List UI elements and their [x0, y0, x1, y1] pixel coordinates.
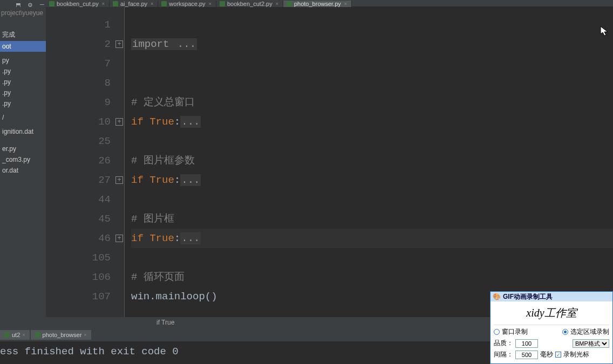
project-item[interactable]: _com3.py [0, 154, 46, 165]
code-area[interactable]: 12+78910+252627+444546+105106107 import … [46, 7, 613, 317]
code-line[interactable]: import ... [131, 35, 613, 54]
python-file-icon [220, 1, 225, 6]
line-number[interactable]: 1 [46, 15, 111, 35]
run-tab-label: ut2 [12, 332, 20, 338]
python-file-icon [287, 1, 292, 6]
close-icon[interactable]: × [209, 1, 212, 7]
code-line[interactable] [131, 190, 613, 209]
close-icon[interactable]: × [84, 332, 86, 338]
unit-label: 毫秒 [540, 350, 553, 359]
python-file-icon [35, 332, 40, 338]
editor-tab[interactable]: workspace.py× [158, 1, 216, 7]
code-line[interactable] [131, 132, 613, 151]
project-item[interactable]: / [0, 112, 46, 123]
quality-label: 品质： [494, 339, 513, 348]
radio-region-record[interactable] [562, 329, 568, 335]
line-number[interactable]: 26 [46, 151, 111, 170]
interval-label: 间隔： [494, 350, 513, 359]
toolbar-icon[interactable]: ⬒ [16, 1, 23, 7]
gif-titlebar[interactable]: 🎨 GIF动画录制工具 [491, 292, 612, 301]
python-file-icon [49, 1, 55, 6]
interval-input[interactable] [515, 351, 538, 359]
project-panel[interactable]: project\yueyue 完成ootpy.py.py.py.py/ignit… [0, 7, 46, 328]
project-item[interactable]: .py [0, 98, 46, 109]
cursor-checkbox-label: 录制光标 [563, 350, 589, 359]
gif-title-text: GIF动画录制工具 [503, 292, 553, 301]
close-icon[interactable]: × [344, 1, 347, 7]
cursor-icon [600, 26, 609, 37]
gutter: 12+78910+252627+444546+105106107 [46, 7, 124, 317]
code-line[interactable]: if True:... [131, 170, 613, 190]
code-line[interactable]: if True:... [131, 112, 613, 132]
project-item[interactable]: oot [0, 41, 46, 52]
line-number[interactable]: 27+ [46, 170, 111, 190]
line-number[interactable]: 9 [46, 93, 111, 112]
fold-expand-icon[interactable]: + [115, 40, 123, 48]
line-number[interactable]: 2+ [46, 35, 111, 54]
code-line[interactable] [131, 54, 613, 73]
line-number[interactable]: 25 [46, 132, 111, 151]
editor-area: bookben_cut.py×ai_face.py×workspace.py×b… [46, 7, 613, 328]
run-tab-label: photo_browser [43, 332, 82, 338]
line-number[interactable]: 46+ [46, 229, 111, 248]
project-item[interactable]: .py [0, 87, 46, 98]
format-select[interactable]: BMP格式 [573, 339, 609, 348]
tab-label: workspace.py [169, 1, 205, 7]
code-line[interactable]: # 图片框 [131, 209, 613, 229]
project-item[interactable]: ignition.dat [0, 126, 46, 137]
project-item[interactable]: .py [0, 77, 46, 87]
editor-tab[interactable]: ai_face.py× [110, 1, 158, 7]
tab-label: ai_face.py [120, 1, 147, 7]
close-icon[interactable]: × [22, 332, 25, 338]
line-number[interactable]: 105 [46, 248, 111, 267]
code-line[interactable]: # 循环页面 [131, 267, 613, 287]
code-line[interactable]: if True:... [131, 229, 613, 248]
editor-tab[interactable]: bookben_cut.py× [46, 1, 110, 7]
close-icon[interactable]: × [102, 1, 105, 7]
gif-logo: xidy工作室 [494, 304, 609, 325]
code-line[interactable]: # 图片框参数 [131, 151, 613, 170]
tabs-bar: bookben_cut.py×ai_face.py×workspace.py×b… [46, 1, 613, 7]
code-line[interactable]: # 定义总窗口 [131, 93, 613, 112]
code-line[interactable] [131, 15, 613, 35]
radio-window-record[interactable] [494, 329, 500, 335]
python-file-icon [4, 332, 10, 338]
tab-label: bookben_cut2.py [227, 1, 273, 7]
python-file-icon [161, 1, 167, 6]
line-number[interactable]: 10+ [46, 112, 111, 132]
close-icon[interactable]: × [151, 1, 153, 7]
code-line[interactable] [131, 248, 613, 267]
fold-expand-icon[interactable]: + [115, 118, 123, 126]
gif-recorder-window[interactable]: 🎨 GIF动画录制工具 xidy工作室 窗口录制 选定区域录制 品质： BMP格… [490, 291, 613, 364]
tab-label: bookben_cut.py [57, 1, 99, 7]
project-item[interactable]: 完成 [0, 29, 46, 41]
project-item[interactable]: er.py [0, 143, 46, 154]
fold-expand-icon[interactable]: + [115, 176, 123, 184]
line-number[interactable]: 8 [46, 73, 111, 93]
editor-tab[interactable]: photo_browser.py× [283, 1, 352, 7]
tab-label: photo_browser.py [294, 1, 341, 7]
project-item[interactable]: or.dat [0, 165, 46, 176]
line-number[interactable]: 7 [46, 54, 111, 73]
line-number[interactable]: 45 [46, 209, 111, 229]
radio-window-label: 窗口录制 [502, 327, 528, 336]
editor-tab[interactable]: bookben_cut2.py× [216, 1, 283, 7]
project-item[interactable]: .py [0, 66, 46, 77]
cursor-checkbox[interactable]: ✓ [555, 352, 561, 358]
line-number[interactable]: 107 [46, 287, 111, 306]
quality-input[interactable] [515, 339, 538, 348]
run-config-tab[interactable]: ut2× [0, 330, 30, 340]
settings-icon[interactable]: ⚙ [28, 1, 35, 7]
code-line[interactable] [131, 73, 613, 93]
fold-expand-icon[interactable]: + [115, 235, 123, 242]
project-path: project\yueyue [0, 7, 46, 19]
python-file-icon [113, 1, 118, 6]
code[interactable]: import ...# 定义总窗口if True:...# 图片框参数if Tr… [124, 7, 613, 317]
close-icon[interactable]: × [276, 1, 278, 7]
project-item[interactable]: py [0, 55, 46, 66]
line-number[interactable]: 106 [46, 267, 111, 287]
app-icon: 🎨 [493, 293, 501, 300]
radio-region-label: 选定区域录制 [570, 327, 609, 336]
line-number[interactable]: 44 [46, 190, 111, 209]
run-config-tab[interactable]: photo_browser× [31, 330, 91, 340]
